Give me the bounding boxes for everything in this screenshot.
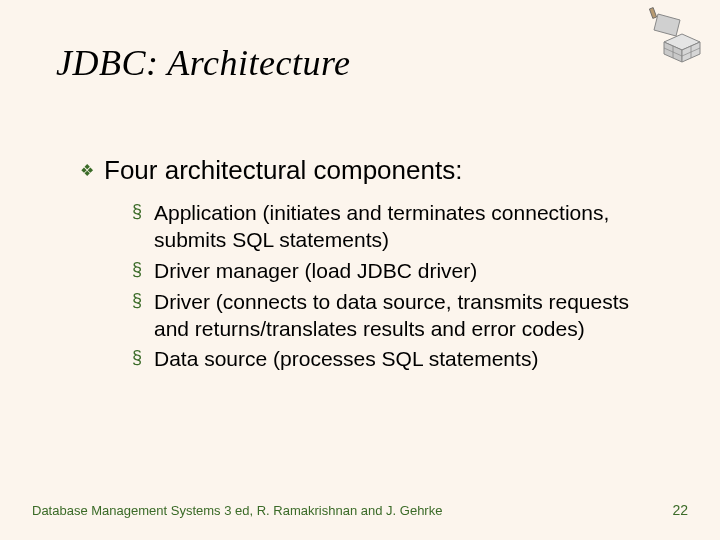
svg-marker-0 [654, 14, 680, 36]
lead-line: ❖ Four architectural components: [80, 155, 660, 186]
sub-bullet-list: Application (initiates and terminates co… [132, 200, 660, 373]
list-item: Application (initiates and terminates co… [132, 200, 660, 254]
slide: JDBC: Architecture ❖ Four architectural … [0, 0, 720, 540]
trowel-bricks-icon [630, 6, 702, 66]
list-item: Data source (processes SQL statements) [132, 346, 660, 373]
slide-content: ❖ Four architectural components: Applica… [80, 155, 660, 377]
list-item: Driver (connects to data source, transmi… [132, 289, 660, 343]
slide-title: JDBC: Architecture [56, 42, 351, 84]
svg-rect-1 [649, 8, 656, 19]
lead-text: Four architectural components: [104, 155, 462, 186]
page-number: 22 [672, 502, 688, 518]
footer-citation: Database Management Systems 3 ed, R. Ram… [32, 503, 442, 518]
diamond-bullet-icon: ❖ [80, 161, 94, 180]
list-item: Driver manager (load JDBC driver) [132, 258, 660, 285]
